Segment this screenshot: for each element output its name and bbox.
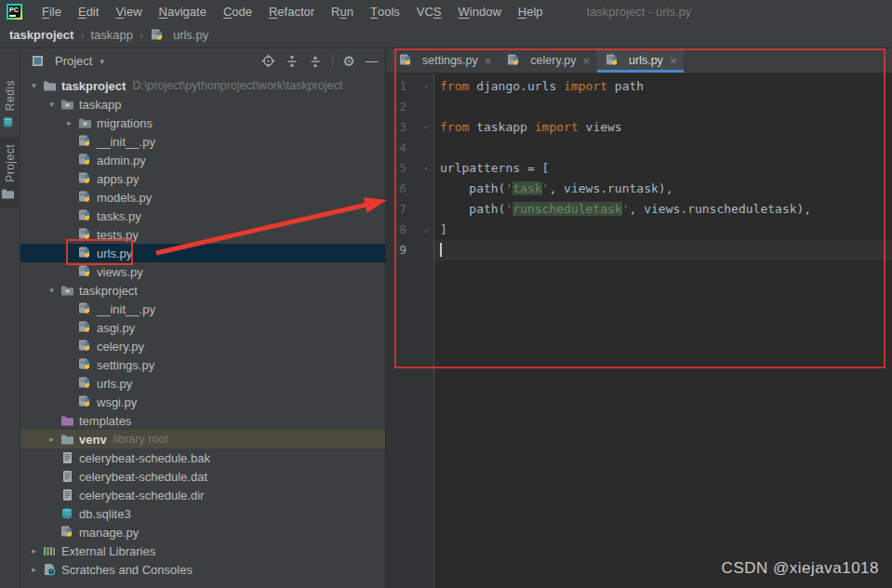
tab-close-icon[interactable]: × xyxy=(485,54,492,68)
tab-label: settings.py xyxy=(422,54,478,67)
templates-folder-icon xyxy=(60,414,74,428)
menu-item-run[interactable]: Run xyxy=(323,0,362,22)
tree-item-migrations[interactable]: ▸migrations xyxy=(20,114,385,132)
hide-panel-icon[interactable]: — xyxy=(366,55,378,67)
tree-item-celerybeat-schedule-bak[interactable]: celerybeat-schedule.bak xyxy=(20,448,385,467)
menu-item-code[interactable]: Code xyxy=(215,0,260,22)
chevron-right-icon[interactable]: ▸ xyxy=(44,434,60,444)
tab-label: urls.py xyxy=(629,54,663,67)
tree-item-views-py[interactable]: views.py xyxy=(20,262,385,281)
editor-tab-celery-py[interactable]: celery.py× xyxy=(499,48,597,73)
editor-body[interactable]: 1▿23▿45▿678▵9 from django.urls import pa… xyxy=(386,74,892,588)
menu-item-tools[interactable]: Tools xyxy=(362,0,408,22)
tree-item-manage-py[interactable]: manage.py xyxy=(20,523,385,541)
pycharm-window: { "titlebar": { "logo_text": "PC", "titl… xyxy=(0,0,892,588)
tree-item-db-sqlite3[interactable]: db.sqlite3 xyxy=(20,504,385,523)
chevron-right-icon[interactable]: ▸ xyxy=(61,118,77,127)
tree-item-external-libraries[interactable]: ▸External Libraries xyxy=(20,541,385,560)
tree-item-detail: D:\project\pythonproject\work\taskprojec… xyxy=(132,79,342,92)
menu-item-vcs[interactable]: VCS xyxy=(408,0,450,22)
tree-item-scratches-and-consoles[interactable]: ▸Scratches and Consoles xyxy=(20,560,385,579)
menu-item-navigate[interactable]: Navigate xyxy=(151,0,215,22)
tree-item-label: celerybeat-schedule.dir xyxy=(79,488,204,502)
chevron-down-icon[interactable]: ▾ xyxy=(100,57,104,66)
project-panel-header: Project ▾ ⚙— xyxy=(20,48,385,74)
tool-window-button-project[interactable]: Project xyxy=(0,137,20,208)
tree-item-admin-py[interactable]: admin.py xyxy=(20,151,385,169)
breadcrumb-separator: › xyxy=(140,29,143,42)
tree-item-urls-py[interactable]: urls.py xyxy=(20,244,385,262)
fold-up-icon[interactable]: ▵ xyxy=(420,220,433,240)
settings-gear-icon[interactable]: ⚙ xyxy=(343,54,355,68)
tree-item-venv[interactable]: ▸venvlibrary root xyxy=(20,430,385,448)
python-file-icon xyxy=(77,340,92,354)
collapse-selected-icon[interactable] xyxy=(286,55,299,68)
fold-down-icon[interactable]: ▿ xyxy=(420,76,433,97)
tree-item-wsgi-py[interactable]: wsgi.py xyxy=(20,393,385,411)
tab-close-icon[interactable]: × xyxy=(582,54,590,68)
tree-item-init-py[interactable]: __init__.py xyxy=(20,132,385,151)
chevron-down-icon[interactable]: ▾ xyxy=(44,286,60,295)
breadcrumb-separator: › xyxy=(80,29,84,42)
chevron-right-icon[interactable]: ▸ xyxy=(26,546,42,555)
editor-tab-settings-py[interactable]: settings.py× xyxy=(391,48,499,73)
code-line-9[interactable] xyxy=(434,240,892,261)
code-line-3[interactable]: from taskapp import views xyxy=(434,117,892,138)
breadcrumb-item-taskproject[interactable]: taskproject xyxy=(9,28,73,42)
watermark: CSDN @xiejava1018 xyxy=(722,559,879,578)
breadcrumb-item-taskapp[interactable]: taskapp xyxy=(90,28,133,42)
locate-icon[interactable] xyxy=(261,54,275,68)
menu-item-edit[interactable]: Edit xyxy=(70,0,107,22)
chevron-down-icon[interactable]: ▾ xyxy=(26,81,42,90)
tool-window-button-redis[interactable]: Redis xyxy=(0,73,20,137)
chevron-right-icon[interactable]: ▸ xyxy=(26,565,42,574)
line-number: 3 xyxy=(386,117,406,138)
tree-item-urls-py[interactable]: urls.py xyxy=(20,374,385,393)
tree-item-taskproject[interactable]: ▾taskprojectD:\project\pythonproject\wor… xyxy=(20,76,385,95)
tree-item-celery-py[interactable]: celery.py xyxy=(20,337,385,355)
gutter-line-9: 9 xyxy=(386,240,433,261)
tree-item-models-py[interactable]: models.py xyxy=(20,188,385,207)
menu-item-file[interactable]: File xyxy=(33,0,70,22)
fold-down-icon[interactable]: ▿ xyxy=(420,117,433,138)
tree-item-taskproject[interactable]: ▾taskproject xyxy=(20,281,385,300)
tree-item-tasks-py[interactable]: tasks.py xyxy=(20,207,385,225)
tree-item-init-py[interactable]: __init__.py xyxy=(20,300,385,318)
python-file-icon xyxy=(605,54,619,68)
code-line-7[interactable]: path('runscheduletask', views.runschedul… xyxy=(434,199,892,220)
menu-item-refactor[interactable]: Refactor xyxy=(260,0,323,22)
tool-window-stripe: RedisProject xyxy=(0,48,20,588)
python-file-icon xyxy=(398,54,413,68)
code-line-5[interactable]: urlpatterns = [ xyxy=(434,158,892,179)
tree-item-celerybeat-schedule-dir[interactable]: celerybeat-schedule.dir xyxy=(20,486,385,504)
code-segment: import xyxy=(535,120,586,134)
scratches-icon xyxy=(42,563,57,577)
tab-close-icon[interactable]: × xyxy=(670,54,677,68)
code-line-6[interactable]: path('task', views.runtask), xyxy=(434,179,892,199)
menu-item-help[interactable]: Help xyxy=(510,0,552,22)
code-segment: path xyxy=(615,79,644,93)
code-line-1[interactable]: from django.urls import path xyxy=(434,76,892,97)
collapse-all-icon[interactable] xyxy=(309,55,322,68)
menu-item-view[interactable]: View xyxy=(107,0,150,22)
tree-item-asgi-py[interactable]: asgi.py xyxy=(20,318,385,337)
tree-item-templates[interactable]: templates xyxy=(20,411,385,430)
code-area[interactable]: from django.urls import pathfrom taskapp… xyxy=(434,74,892,588)
gutter-line-5: 5▿ xyxy=(386,158,433,179)
tree-item-settings-py[interactable]: settings.py xyxy=(20,355,385,374)
menu-item-window[interactable]: Window xyxy=(450,0,510,22)
tree-item-detail: library root xyxy=(113,433,168,446)
code-line-2[interactable] xyxy=(434,97,892,117)
python-file-icon xyxy=(77,228,92,242)
tree-item-apps-py[interactable]: apps.py xyxy=(20,169,385,188)
code-line-4[interactable] xyxy=(434,138,892,158)
editor-tab-urls-py[interactable]: urls.py× xyxy=(597,48,684,73)
python-file-icon xyxy=(77,135,92,149)
tree-item-tests-py[interactable]: tests.py xyxy=(20,225,385,244)
breadcrumb-item-urls-py[interactable]: urls.py xyxy=(150,28,208,42)
fold-down-icon[interactable]: ▿ xyxy=(420,158,433,179)
code-line-8[interactable]: ] xyxy=(434,220,892,240)
tree-item-taskapp[interactable]: ▾taskapp xyxy=(20,95,385,114)
chevron-down-icon[interactable]: ▾ xyxy=(44,100,60,109)
tree-item-celerybeat-schedule-dat[interactable]: celerybeat-schedule.dat xyxy=(20,467,385,486)
